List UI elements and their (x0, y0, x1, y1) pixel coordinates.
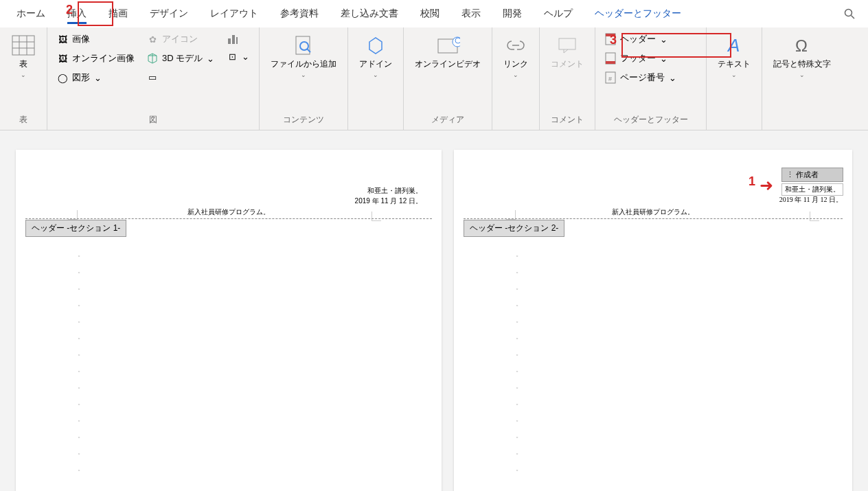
comment-label: コメント (551, 59, 584, 70)
tab-layout[interactable]: レイアウト (201, 2, 268, 25)
symbols-button[interactable]: Ω 記号と特殊文字⌄ (768, 30, 836, 81)
group-addins-label (354, 123, 398, 128)
comment-icon (555, 33, 580, 58)
link-button[interactable]: リンク⌄ (498, 30, 534, 81)
tab-design[interactable]: デザイン (140, 2, 198, 25)
chevron-down-icon: ⌄ (94, 73, 102, 83)
tab-mailings[interactable]: 差し込み文書 (331, 2, 408, 25)
svg-rect-2 (12, 36, 34, 55)
svg-rect-8 (232, 35, 235, 44)
footer-button[interactable]: フッター⌄ (601, 49, 700, 67)
footer-label: フッター (620, 52, 656, 65)
p2-date: 2019 年 11 月 12 日。 (779, 195, 843, 205)
pictures-label: 画像 (72, 33, 90, 45)
shapes-button[interactable]: ◯図形⌄ (53, 69, 139, 87)
tab-help[interactable]: ヘルプ (534, 2, 582, 25)
3d-models-button[interactable]: 3D モデル⌄ (143, 49, 218, 67)
screenshot-button[interactable]: ⊡⌄ (222, 48, 253, 65)
text-label: テキスト (718, 59, 751, 70)
group-text-label (712, 123, 756, 128)
online-video-label: オンラインビデオ (415, 59, 481, 70)
group-symbols-label (768, 123, 836, 128)
margin-corner (810, 212, 819, 221)
smartart-button[interactable]: ▭ (143, 69, 218, 85)
chevron-down-icon: ⌄ (513, 71, 518, 78)
tab-developer[interactable]: 開発 (493, 2, 532, 25)
body-paragraphs: 。。。。。。。。。。。。。。 (78, 246, 84, 477)
p2-title: 新入社員研修プログラム。 (612, 207, 694, 217)
chevron-down-icon: ⌄ (660, 34, 667, 45)
file-search-icon (291, 33, 316, 58)
link-icon (503, 33, 528, 58)
chevron-down-icon: ⌄ (207, 54, 214, 64)
tab-view[interactable]: 表示 (452, 2, 490, 25)
symbols-label: 記号と特殊文字 (773, 59, 831, 70)
addins-label: アドイン (359, 59, 392, 70)
picture-icon: 🖼 (57, 34, 68, 45)
3d-models-label: 3D モデル (162, 52, 203, 65)
annotation-number-3: 3 (610, 33, 617, 47)
svg-rect-9 (236, 37, 238, 44)
annotation-number-2: 2 (66, 3, 73, 17)
tab-home[interactable]: ホーム (7, 2, 55, 25)
svg-text:#: # (608, 76, 612, 82)
author-tag-label: 作成者 (796, 170, 819, 180)
comment-button[interactable]: コメント (545, 30, 589, 73)
svg-text:Ω: Ω (795, 36, 808, 55)
author-name-field[interactable]: 和亜土・譜列巣。 (781, 183, 843, 196)
svg-line-1 (852, 16, 855, 19)
section-label-2: ヘッダー -セクション 2- (464, 220, 564, 237)
section-divider (25, 218, 432, 219)
video-icon (435, 33, 460, 58)
group-hf-label: ヘッダーとフッター (601, 111, 700, 128)
body-paragraphs: 。。。。。。。。。。。。。。 (516, 246, 523, 477)
shapes-icon: ◯ (57, 72, 68, 83)
search-icon[interactable] (838, 2, 861, 25)
page-number-button[interactable]: #ページ番号⌄ (601, 69, 700, 87)
screenshot-icon: ⊡ (227, 51, 238, 62)
svg-point-0 (845, 10, 852, 16)
link-label: リンク (503, 59, 528, 70)
svg-rect-19 (606, 61, 615, 64)
tab-header-footer[interactable]: ヘッダーとフッター (585, 2, 691, 25)
group-media-label: メディア (409, 111, 486, 128)
shapes-label: 図形 (72, 71, 90, 84)
page-1[interactable]: 和亜土・譜列巣。 2019 年 11 月 12 日。 新入社員研修プログラム。 … (16, 150, 442, 491)
header-label: ヘッダー (620, 33, 656, 45)
arrow-icon: ➜ (760, 176, 773, 195)
page-number-icon: # (605, 72, 616, 83)
online-video-button[interactable]: オンラインビデオ (409, 30, 486, 73)
online-pictures-label: オンライン画像 (72, 52, 135, 65)
table-label: 表 (19, 59, 27, 70)
icons-label: アイコン (162, 33, 198, 45)
group-content-label: コンテンツ (265, 111, 342, 128)
page-2[interactable]: 1 ➜ ⋮作成者 和亜土・譜列巣。 2019 年 11 月 12 日。 新入社員… (454, 150, 852, 491)
addins-icon (363, 33, 388, 58)
table-button[interactable]: 表 ⌄ (5, 30, 41, 81)
annotation-number-1: 1 (749, 174, 755, 189)
margin-corner (372, 212, 381, 221)
icons-button[interactable]: ✿アイコン (143, 30, 218, 48)
handle-icon: ⋮ (786, 170, 794, 179)
reuse-files-button[interactable]: ファイルから追加⌄ (265, 30, 342, 81)
ribbon-tabs: ホーム 挿入 描画 デザイン レイアウト 参考資料 差し込み文書 校閲 表示 開… (0, 0, 868, 27)
footer-icon (605, 53, 616, 64)
section-label-1: ヘッダー -セクション 1- (25, 220, 126, 237)
author-property-tag[interactable]: ⋮作成者 (781, 168, 843, 182)
tab-references[interactable]: 参考資料 (271, 2, 328, 25)
svg-rect-7 (228, 38, 231, 44)
chevron-down-icon: ⌄ (731, 71, 737, 78)
textbox-button[interactable]: A テキスト⌄ (712, 30, 756, 81)
tab-draw[interactable]: 描画 (99, 2, 137, 25)
chevron-down-icon: ⌄ (799, 71, 805, 78)
tab-insert[interactable]: 挿入 (58, 2, 96, 25)
group-link-label (498, 123, 534, 128)
tab-review[interactable]: 校閲 (411, 2, 449, 25)
cube-icon (147, 53, 158, 64)
online-pictures-button[interactable]: 🖼オンライン画像 (53, 49, 139, 67)
pictures-button[interactable]: 🖼画像 (53, 30, 139, 48)
addins-button[interactable]: アドイン⌄ (354, 30, 398, 81)
chevron-down-icon: ⌄ (301, 71, 306, 78)
chart-button[interactable] (222, 30, 253, 47)
svg-text:A: A (727, 35, 740, 56)
